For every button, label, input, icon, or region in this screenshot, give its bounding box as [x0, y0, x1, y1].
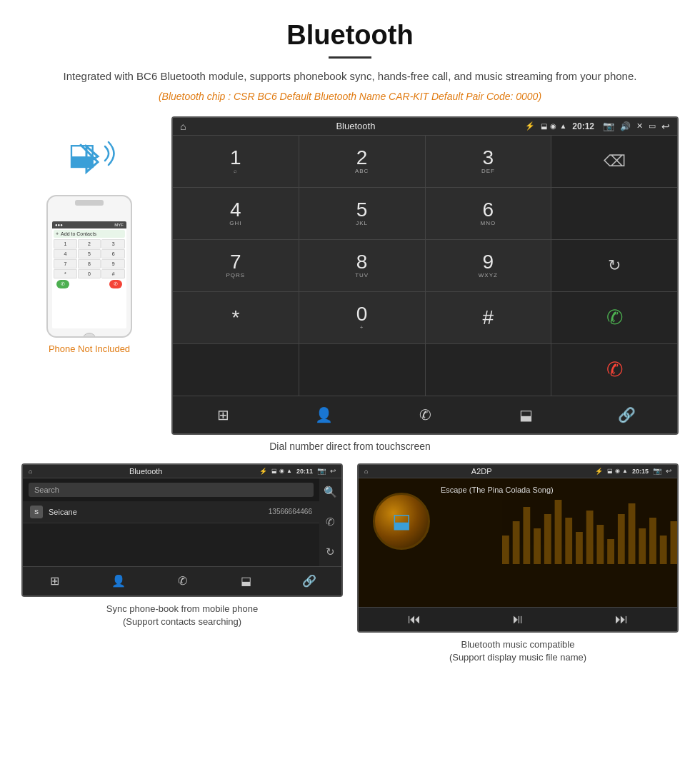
- dialpad-key-0[interactable]: 0 +: [299, 292, 425, 343]
- music-back-icon[interactable]: ↩: [666, 467, 671, 475]
- phone-mockup: ●●●MYF +Add to Contacts 1 2 3 4 5 6: [43, 195, 136, 338]
- album-bt-icon: ⬓: [392, 509, 411, 533]
- bluetooth-status-icon: ⬓: [541, 122, 547, 130]
- nav-calls[interactable]: ✆: [374, 396, 475, 433]
- reload-icon: ↻: [608, 256, 621, 275]
- svg-rect-8: [586, 511, 593, 564]
- pb-search-icon[interactable]: 🔍: [324, 486, 337, 498]
- phone-key-2[interactable]: 2: [78, 239, 101, 248]
- pb-body: Search S Seicane 13566664466 🔍 ✆ ↻: [23, 478, 341, 566]
- music-screen: ⌂ A2DP ⚡ ⬓ ◉ ▲ 20:15 📷 ↩ ⬓: [357, 463, 679, 633]
- dialpad-key-6[interactable]: 6 MNO: [426, 188, 551, 239]
- dial-caption: Dial number direct from touchscreen: [0, 441, 700, 452]
- album-art: ⬓: [373, 493, 430, 550]
- phone-key-7[interactable]: 7: [54, 259, 77, 268]
- dialpad-key-star[interactable]: *: [173, 292, 299, 343]
- music-block: ⌂ A2DP ⚡ ⬓ ◉ ▲ 20:15 📷 ↩ ⬓: [357, 463, 679, 664]
- pb-camera-icon[interactable]: 📷: [317, 467, 326, 475]
- dialpad-key-2[interactable]: 2 ABC: [299, 136, 425, 187]
- phone-key-5[interactable]: 5: [78, 249, 101, 258]
- svg-rect-15: [659, 536, 666, 564]
- dialpad-bottom-3: [426, 344, 551, 396]
- nav-bluetooth[interactable]: ⬓: [476, 396, 576, 433]
- pb-home-icon[interactable]: ⌂: [29, 468, 32, 475]
- pb-nav-bt[interactable]: ⬓: [214, 567, 278, 595]
- music-caption: Bluetooth music compatible(Support displ…: [449, 638, 586, 664]
- svg-rect-9: [596, 525, 604, 564]
- dialpad-key-4[interactable]: 4 GHI: [173, 188, 299, 239]
- phone-body: ●●●MYF +Add to Contacts 1 2 3 4 5 6: [46, 195, 132, 338]
- phone-key-hash[interactable]: #: [101, 269, 125, 278]
- phone-call-green[interactable]: ✆: [56, 280, 69, 288]
- phone-call-red[interactable]: ✆: [109, 280, 122, 288]
- pb-bottom-nav: ⊞ 👤 ✆ ⬓ 🔗: [23, 566, 341, 595]
- dialpad-call-red[interactable]: ✆: [551, 344, 677, 396]
- pb-nav-calls[interactable]: ✆: [150, 567, 214, 595]
- phonebook-caption: Sync phone-book from mobile phone(Suppor…: [106, 603, 258, 628]
- music-bt-icon: ⬓: [607, 468, 613, 474]
- home-icon[interactable]: ⌂: [180, 121, 186, 132]
- phone-key-8[interactable]: 8: [78, 259, 101, 268]
- music-camera-icon[interactable]: 📷: [653, 467, 661, 475]
- phone-key-1[interactable]: 1: [54, 239, 77, 248]
- dialpad-key-8[interactable]: 8 TUV: [299, 240, 425, 291]
- music-home-icon[interactable]: ⌂: [364, 468, 368, 475]
- phone-key-star[interactable]: *: [54, 269, 77, 278]
- back-icon[interactable]: ↩: [661, 121, 670, 132]
- music-statusbar: ⌂ A2DP ⚡ ⬓ ◉ ▲ 20:15 📷 ↩: [359, 465, 677, 478]
- pb-sync-icon[interactable]: ↻: [326, 546, 335, 558]
- pb-status-icons: ⬓ ◉ ▲: [271, 468, 292, 474]
- phone-not-included-label: Phone Not Included: [21, 343, 157, 354]
- pb-nav-contacts[interactable]: 👤: [86, 567, 150, 595]
- phone-key-4[interactable]: 4: [54, 249, 77, 258]
- page-header: Bluetooth Integrated with BC6 Bluetooth …: [0, 0, 700, 109]
- phone-key-6[interactable]: 6: [101, 249, 125, 258]
- phone-screen-body: +Add to Contacts 1 2 3 4 5 6 7 8 9: [52, 228, 126, 290]
- volume-icon[interactable]: 🔊: [620, 121, 631, 131]
- phone-home-button[interactable]: [82, 333, 96, 338]
- phonebook-screen: ⌂ Bluetooth ⚡ ⬓ ◉ ▲ 20:11 📷 ↩ Search: [21, 463, 343, 597]
- pb-back-icon[interactable]: ↩: [330, 467, 336, 475]
- main-content: ⬓ ●●●MYF +Add to Contacts: [0, 109, 700, 435]
- svg-rect-6: [565, 518, 572, 564]
- pb-nav-settings[interactable]: 🔗: [278, 567, 341, 595]
- backspace-icon[interactable]: ⌫: [604, 152, 626, 171]
- pb-nav-dialpad[interactable]: ⊞: [23, 567, 86, 595]
- phone-section: ⬓ ●●●MYF +Add to Contacts: [21, 116, 157, 354]
- nav-dialpad[interactable]: ⊞: [173, 396, 274, 433]
- pb-time: 20:11: [296, 468, 313, 475]
- pb-search-bar[interactable]: Search: [29, 483, 314, 497]
- svg-rect-14: [649, 518, 656, 564]
- dialpad-key-3[interactable]: 3 DEF: [426, 136, 551, 187]
- dialpad-key-7[interactable]: 7 PQRS: [173, 240, 299, 291]
- dialpad-bottom-1: [173, 344, 299, 396]
- bluetooth-icon: ⬓: [68, 136, 96, 171]
- pb-contact-letter: S: [30, 506, 43, 518]
- svg-rect-11: [618, 514, 625, 564]
- nav-settings[interactable]: 🔗: [576, 396, 677, 433]
- page-subtitle: Integrated with BC6 Bluetooth module, su…: [29, 69, 671, 85]
- phone-key-3[interactable]: 3: [101, 239, 125, 248]
- dialpad-key-5[interactable]: 5 JKL: [299, 188, 425, 239]
- phone-key-0[interactable]: 0: [78, 269, 101, 278]
- dialpad-bottom-2: [299, 344, 425, 396]
- camera-icon[interactable]: 📷: [603, 121, 614, 131]
- dialpad-key-hash[interactable]: #: [426, 292, 551, 343]
- pb-contact-row[interactable]: S Seicane 13566664466: [23, 501, 319, 523]
- usb-icon: ⚡: [525, 121, 535, 131]
- play-pause-icon[interactable]: ⏯: [511, 612, 524, 627]
- nav-contacts[interactable]: 👤: [274, 396, 374, 433]
- dialpad-call-green[interactable]: ✆: [551, 292, 677, 343]
- dialpad-key-1[interactable]: 1 ⌕: [173, 136, 299, 187]
- close-icon[interactable]: ✕: [636, 121, 643, 131]
- svg-rect-13: [639, 528, 646, 564]
- window-icon[interactable]: ▭: [649, 121, 656, 131]
- svg-rect-1: [512, 521, 519, 564]
- dialpad-reload[interactable]: ↻: [551, 240, 677, 291]
- dialpad-key-9[interactable]: 9 WXYZ: [426, 240, 551, 291]
- prev-track-icon[interactable]: ⏮: [408, 612, 421, 627]
- pb-call-icon[interactable]: ✆: [326, 516, 335, 528]
- phone-key-9[interactable]: 9: [101, 259, 125, 268]
- svg-rect-0: [502, 536, 509, 564]
- next-track-icon[interactable]: ⏭: [615, 612, 628, 627]
